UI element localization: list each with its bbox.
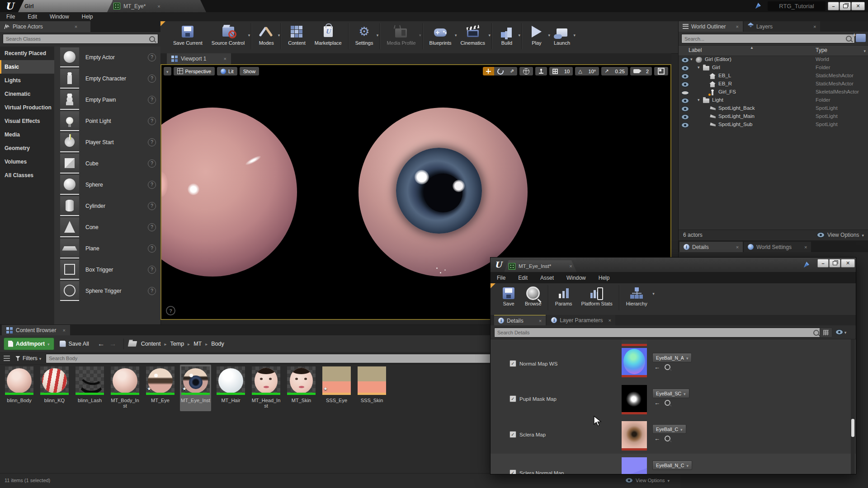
asset-mt-head-inst[interactable]: MT_Head_Inst [250,365,282,411]
outliner-search-input[interactable]: Search... [681,34,855,43]
checkbox-checked-icon[interactable] [509,469,516,474]
texture-select-dropdown[interactable]: EyeBall_N_A [652,353,692,362]
place-item-point-light[interactable]: Point Light ? [54,110,160,131]
help-icon[interactable]: ? [148,75,156,83]
category-recently-placed[interactable]: Recently Placed [0,47,54,60]
surface-snap-button[interactable] [535,67,547,75]
category-geometry[interactable]: Geometry [0,141,54,155]
content-button[interactable]: Content [283,21,310,46]
tab-close-icon[interactable]: × [804,244,807,250]
dropdown-icon[interactable] [419,33,421,38]
search-classes-input[interactable]: Search Classes [3,34,158,44]
menu-help[interactable]: Help [75,14,99,20]
restore-button[interactable] [829,259,840,267]
save-current-button[interactable]: Save Current [169,21,207,46]
create-folder-button[interactable] [856,34,866,42]
dropdown-icon[interactable] [377,33,379,38]
menu-help[interactable]: Help [592,275,616,281]
place-actors-close-icon[interactable]: × [75,24,77,29]
mat-params-button[interactable]: Params [551,283,577,306]
filters-button[interactable]: Filters [23,355,38,361]
restore-button[interactable] [840,2,851,10]
tab-layers[interactable]: Layers × [744,21,820,32]
outliner-row-light-folder[interactable]: ▾ Light Folder [679,97,868,105]
category-visual-effects[interactable]: Visual Effects [0,114,54,128]
forward-arrow-icon[interactable]: → [107,340,119,348]
camera-speed-value[interactable]: 2 [643,67,652,75]
outliner-row-spotlight-sub[interactable]: SpotLight_Sub SpotLight [679,121,868,129]
grid-snap-toggle[interactable] [549,67,561,75]
maximize-viewport-button[interactable] [654,67,668,75]
tab-details[interactable]: i Details × [679,242,743,252]
display-mode-button[interactable] [820,328,832,338]
outliner-row-girl-editor[interactable]: ▾ Girl (Editor) World [679,56,868,64]
build-button[interactable]: Build [494,21,519,46]
category-virtual-production[interactable]: Virtual Production [0,101,54,114]
launch-button[interactable]: Launch [549,21,575,46]
use-selected-icon[interactable]: ← [654,435,660,442]
dropdown-icon[interactable] [248,33,250,38]
tab-close-icon[interactable]: × [569,263,572,269]
texture-select-dropdown[interactable]: EyeBall_C [652,424,686,434]
menu-file[interactable]: File [0,14,21,20]
find-in-browser-icon[interactable] [665,364,670,370]
place-actors-tab[interactable]: Place Actors × [0,21,90,32]
dropdown-icon[interactable] [518,33,520,38]
tab-world-settings[interactable]: World Settings × [744,242,811,252]
help-icon[interactable]: ? [148,244,156,253]
mat-tab-details[interactable]: i Details × [494,315,546,326]
settings-button[interactable]: ⚙ Settings [351,21,378,46]
cinematics-button[interactable]: Cinematics [456,21,490,46]
tab-close-icon[interactable]: × [539,318,542,324]
blueprints-button[interactable]: Blueprints [425,21,456,46]
tab-close-icon[interactable]: × [813,24,816,29]
outliner-row-girl-folder[interactable]: ▾ Girl Folder [679,64,868,72]
expand-icon[interactable]: ▾ [690,57,693,61]
dropdown-icon[interactable] [652,291,655,296]
texture-thumb-normal-map[interactable] [622,348,647,377]
tab-close-icon[interactable]: × [62,328,65,333]
breadcrumb-temp[interactable]: Temp [170,341,184,347]
visibility-eye-icon[interactable] [681,57,689,63]
search-details-input[interactable]: Search Details [494,328,822,338]
place-item-cube[interactable]: Cube ? [54,153,160,174]
angle-snap-value[interactable]: 10° [585,67,599,75]
viewport-help[interactable]: ? [166,306,175,315]
place-item-player-start[interactable]: Player Start ? [54,131,160,153]
texture-thumb-pupil-mask[interactable] [622,385,647,414]
menu-window[interactable]: Window [43,14,75,20]
show-button[interactable]: Show [240,67,259,75]
outliner-view-options-button[interactable]: View Options [817,232,864,238]
visibility-filter-button[interactable] [833,328,849,337]
media-profile-button[interactable]: Media Profile [382,21,420,46]
back-arrow-icon[interactable]: ← [95,340,107,348]
add-import-button[interactable]: Add/Import [4,338,54,350]
texture-thumb-partial[interactable] [622,339,647,346]
outliner-row-spotlight-main[interactable]: SpotLight_Main SpotLight [679,113,868,121]
visibility-eye-icon[interactable] [681,114,689,120]
view-toggle-icon[interactable] [4,356,10,361]
category-cinematic[interactable]: Cinematic [0,87,54,101]
help-icon[interactable]: ? [148,160,156,168]
outliner-row-spotlight-back[interactable]: SpotLight_Back SpotLight [679,105,868,113]
asset-blinn-kq[interactable]: blinn_KQ [39,365,70,411]
breadcrumb-content[interactable]: Content [141,341,161,347]
texture-thumb-sclera[interactable] [622,421,647,450]
mat-hierarchy-button[interactable]: Hierarchy [622,283,652,306]
viewport-options-dropdown[interactable] [164,67,171,75]
menu-edit[interactable]: Edit [21,14,43,20]
outliner-row-eb-r[interactable]: EB_R StaticMeshActor [679,80,868,89]
place-item-empty-character[interactable]: Empty Character ? [54,68,160,89]
place-item-sphere-trigger[interactable]: Sphere Trigger ? [54,280,160,301]
category-lights[interactable]: Lights [0,74,54,87]
viewport-tab[interactable]: Viewport 1 × [167,53,231,64]
place-item-empty-pawn[interactable]: Empty Pawn ? [54,89,160,110]
world-local-toggle[interactable] [519,67,533,75]
save-all-button[interactable]: Save All [60,341,89,347]
scrollbar-thumb[interactable] [851,419,854,437]
asset-sss-skin[interactable]: SSS_Skin [356,365,387,411]
visibility-eye-closed-icon[interactable] [681,91,689,95]
expand-icon[interactable]: ▾ [698,65,700,70]
mat-save-button[interactable]: Save [497,283,520,306]
move-tool-button[interactable] [483,67,494,75]
